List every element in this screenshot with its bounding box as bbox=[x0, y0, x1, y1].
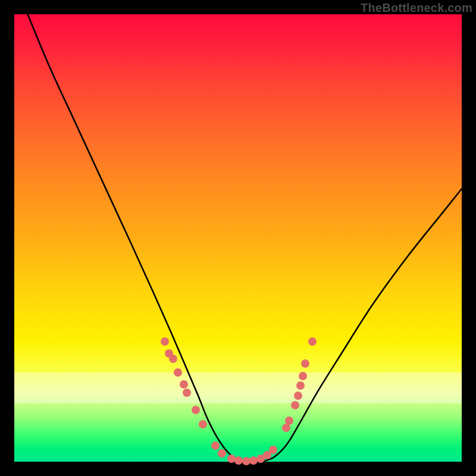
data-marker bbox=[299, 372, 307, 380]
data-marker bbox=[285, 416, 293, 425]
data-marker bbox=[211, 441, 220, 450]
data-marker bbox=[282, 424, 290, 432]
data-marker bbox=[174, 368, 182, 377]
data-marker bbox=[291, 401, 299, 409]
data-marker bbox=[218, 449, 226, 458]
data-marker bbox=[234, 456, 243, 465]
pale-band-1 bbox=[14, 372, 462, 388]
data-marker bbox=[269, 446, 277, 454]
data-marker bbox=[180, 380, 188, 389]
data-marker bbox=[161, 337, 169, 346]
data-marker bbox=[308, 337, 317, 346]
plot-frame bbox=[14, 14, 462, 462]
data-marker bbox=[301, 359, 309, 368]
data-marker bbox=[169, 355, 177, 363]
data-marker bbox=[183, 389, 191, 397]
data-marker bbox=[294, 392, 302, 400]
data-marker bbox=[199, 420, 207, 428]
data-marker bbox=[296, 381, 305, 390]
data-marker bbox=[192, 406, 200, 414]
pale-band-2 bbox=[14, 388, 462, 403]
watermark-text: TheBottleneck.com bbox=[361, 1, 472, 15]
